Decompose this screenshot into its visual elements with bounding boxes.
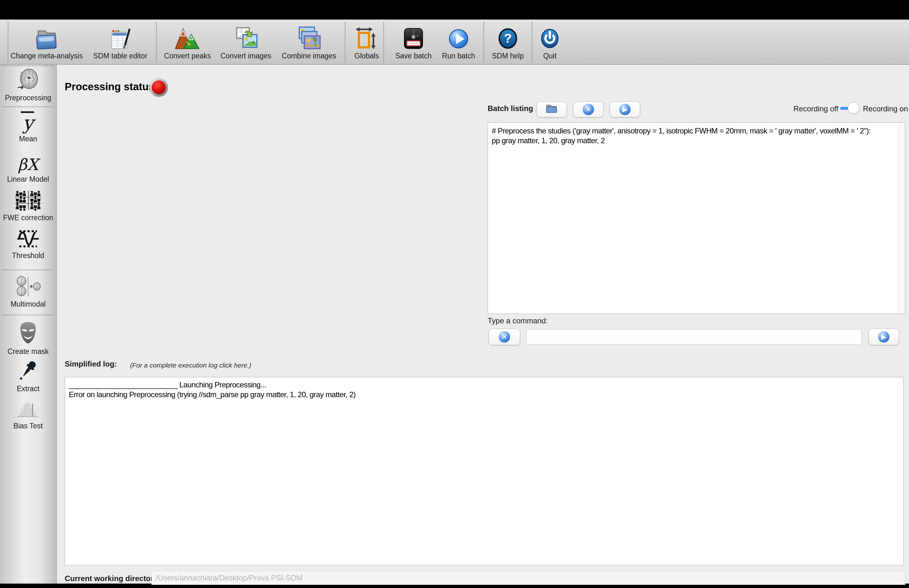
toolbar-label: Globals: [354, 52, 379, 60]
page-title: Processing status: [65, 81, 154, 93]
sidebar-label: Linear Model: [7, 175, 49, 184]
threshold-wave-icon: [15, 229, 41, 249]
top-black-bar: [0, 0, 909, 19]
sidebar-label: Threshold: [12, 251, 44, 260]
command-label: Type a command:: [488, 317, 548, 325]
sidebar-label: FWE correction: [3, 213, 53, 222]
table-editor-icon: [107, 21, 134, 50]
toggle-knob[interactable]: [848, 102, 859, 114]
command-input[interactable]: [526, 330, 862, 344]
sidebar-label: Create mask: [8, 347, 49, 356]
floppy-disk-icon: [402, 21, 425, 50]
toolbar-separator: [8, 22, 8, 63]
sidebar-label: Bias Test: [14, 422, 43, 430]
toolbar-label: SDM table editor: [93, 52, 147, 60]
sidebar-item-multimodal[interactable]: Multimodal: [0, 275, 56, 309]
toolbar-label: Quit: [543, 52, 556, 60]
batch-listing-label: Batch listing: [488, 104, 533, 113]
sidebar-separator: [2, 106, 53, 107]
sidebar-item-mean[interactable]: y Mean: [0, 111, 56, 143]
play-icon: ▶: [878, 331, 890, 342]
funnel-histogram-icon: [15, 400, 41, 419]
toolbar-label: Combine images: [282, 52, 336, 60]
toolbar-button-convert-images[interactable]: Convert images: [211, 21, 281, 60]
toolbar-label: Change meta-analysis: [11, 52, 83, 60]
toolbar-button-quit[interactable]: Quit: [515, 21, 584, 60]
image-stack-icon: [296, 21, 323, 50]
toolbar-label: Convert images: [220, 52, 271, 60]
play-circle-icon: [447, 21, 470, 50]
sidebar-separator: [2, 270, 53, 270]
recording-toggle[interactable]: [840, 102, 860, 115]
play-icon: ▶: [619, 104, 631, 115]
mask-icon: [18, 321, 39, 345]
left-sidebar: Preprocessing y Mean βX Linear Model: [0, 65, 57, 583]
clear-command-button[interactable]: ✕: [488, 329, 520, 345]
simplified-log-textarea[interactable]: ___________________________ Launching Pr…: [65, 377, 904, 565]
status-light-red-core: [152, 81, 166, 94]
multi-brain-icon: [15, 275, 41, 297]
cwd-input[interactable]: /Users/annachiara/Desktop/Prova PSI-SDM: [152, 571, 905, 585]
sidebar-item-fwe-correction[interactable]: FWE correction: [0, 190, 56, 222]
open-batch-button[interactable]: [537, 102, 567, 117]
image-convert-icon: [232, 21, 259, 50]
recording-off-label: Recording off: [757, 104, 838, 113]
main-toolbar: Change meta-analysis SDM table editor: [0, 19, 909, 65]
sidebar-label: Extract: [17, 384, 39, 393]
sidebar-item-threshold[interactable]: Threshold: [0, 229, 56, 260]
mountain-peaks-icon: [175, 21, 200, 50]
eyedropper-icon: [17, 360, 39, 382]
mean-symbol-icon: y: [21, 111, 36, 132]
brain-icon: [16, 68, 40, 91]
log-line: ___________________________ Launching Pr…: [69, 380, 899, 389]
beta-x-symbol-icon: βX: [18, 157, 39, 173]
folder-icon: [33, 21, 60, 50]
clear-icon: ✕: [583, 104, 594, 115]
toolbar-label: Convert peaks: [164, 52, 211, 60]
toolbar-button-sdm-table-editor[interactable]: SDM table editor: [86, 21, 155, 60]
sidebar-label: Preprocessing: [5, 94, 51, 102]
resize-frame-icon: [354, 21, 379, 50]
sidebar-item-bias-test[interactable]: Bias Test: [0, 400, 56, 430]
recording-on-label: Recording on: [863, 104, 908, 113]
log-line: Error on launching Preprocessing (trying…: [69, 389, 899, 399]
sidebar-separator: [2, 65, 53, 66]
sidebar-item-extract[interactable]: Extract: [0, 360, 56, 393]
sidebar-separator: [2, 315, 53, 315]
complete-log-link[interactable]: (For a complete execution log click here…: [130, 362, 251, 369]
run-batch-listing-button[interactable]: ▶: [610, 102, 640, 117]
cwd-label: Current working directory:: [65, 574, 160, 583]
folder-open-icon: [545, 104, 559, 115]
batch-line: # Preprocess the studies ('gray matter',…: [492, 126, 897, 136]
batch-listing-textarea[interactable]: # Preprocess the studies ('gray matter',…: [488, 123, 905, 314]
sidebar-item-create-mask[interactable]: Create mask: [0, 321, 56, 356]
run-command-button[interactable]: ▶: [869, 329, 899, 345]
sidebar-label: Mean: [19, 135, 37, 143]
sidebar-item-linear-model[interactable]: βX Linear Model: [0, 157, 56, 184]
toolbar-label: Run batch: [442, 52, 476, 60]
sidebar-label: Multimodal: [10, 300, 45, 309]
power-icon: [538, 21, 561, 50]
svg-text:?: ?: [504, 31, 512, 45]
population-grid-icon: [14, 190, 43, 211]
batch-line: pp gray matter, 1, 20, gray matter, 2: [492, 136, 897, 145]
simplified-log-label: Simplified log:: [65, 360, 117, 368]
clear-batch-button[interactable]: ✕: [573, 102, 603, 117]
sidebar-item-preprocessing[interactable]: Preprocessing: [0, 68, 56, 102]
toolbar-button-change-meta-analysis[interactable]: Change meta-analysis: [12, 21, 81, 60]
clear-icon: ✕: [499, 331, 510, 342]
sdm-application-window: Change meta-analysis SDM table editor: [0, 0, 909, 588]
processing-status-light: [150, 78, 168, 97]
